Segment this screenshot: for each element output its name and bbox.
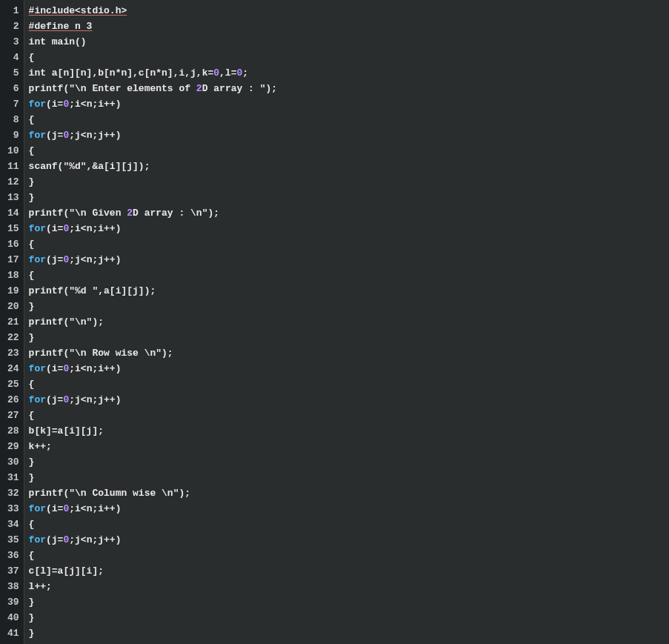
code-token: printf("\n Given [29,208,127,219]
code-token: (i= [46,223,63,234]
code-line[interactable]: scanf("%d",&a[i][j]); [29,159,669,174]
code-line[interactable]: printf("\n Given 2D array : \n"); [29,205,669,221]
code-token: ;i<n;i++) [69,503,121,514]
line-number: 6 [7,81,19,96]
code-line[interactable]: for(j=0;j<n;j++) [29,392,669,408]
code-token: for [29,99,46,110]
line-number: 8 [7,112,19,127]
code-line[interactable]: for(i=0;i<n;i++) [29,501,669,517]
code-line[interactable]: b[k]=a[i][j]; [29,423,669,439]
code-line[interactable]: } [29,190,669,205]
code-line[interactable]: } [29,330,669,345]
line-number: 27 [7,408,19,423]
code-line[interactable]: printf("\n Column wise \n"); [29,485,669,501]
code-token: for [29,394,46,405]
code-line[interactable]: for(i=0;i<n;i++) [29,221,669,236]
code-line[interactable]: { [29,376,669,392]
code-line[interactable]: { [29,517,669,532]
code-token: { [29,379,35,390]
line-number: 12 [7,174,19,190]
code-token: l++; [29,581,52,592]
line-number: 33 [7,501,19,517]
line-number: 14 [7,205,19,221]
line-number: 23 [7,345,19,361]
code-line[interactable]: for(i=0;i<n;i++) [29,96,669,112]
code-line[interactable]: k++; [29,439,669,454]
line-number: 17 [7,252,19,268]
line-number: 9 [7,127,19,143]
code-token: for [29,363,46,374]
code-line[interactable]: printf("\n Enter elements of 2D array : … [29,81,669,96]
code-line[interactable]: { [29,236,669,252]
line-number: 7 [7,96,19,112]
code-line[interactable]: l++; [29,579,669,594]
line-number: 3 [7,34,19,50]
line-number-gutter: 1234567891011121314151617181920212223242… [0,0,24,644]
code-token: (j= [46,130,63,141]
code-token: printf("\n Row wise \n"); [29,348,173,359]
line-number: 26 [7,392,19,408]
line-number: 36 [7,548,19,563]
code-line[interactable]: } [29,174,669,190]
code-token: for [29,503,46,514]
code-token: D array : \n"); [133,208,219,219]
line-number: 15 [7,221,19,236]
code-token: for [29,223,46,234]
code-token: { [29,114,35,125]
line-number: 19 [7,283,19,299]
code-line[interactable]: { [29,50,669,65]
line-number: 40 [7,610,19,625]
code-line[interactable]: } [29,625,669,641]
code-line[interactable]: } [29,470,669,485]
code-line[interactable]: int a[n][n],b[n*n],c[n*n],i,j,k=0,l=0; [29,65,669,81]
code-token: (i= [46,99,63,110]
code-line[interactable]: } [29,454,669,470]
code-token: } [29,612,35,623]
code-line[interactable]: } [29,610,669,625]
code-token: } [29,192,35,203]
code-token: } [29,457,35,468]
code-token: ;j<n;j++) [69,254,121,265]
code-line[interactable]: { [29,548,669,563]
code-line[interactable]: { [29,143,669,159]
code-line[interactable]: for(j=0;j<n;j++) [29,532,669,548]
code-token: printf("%d ",a[i][j]); [29,285,156,296]
code-token: } [29,597,35,608]
code-token: ;j<n;j++) [69,130,121,141]
code-line[interactable]: printf("\n Row wise \n"); [29,345,669,361]
line-number: 25 [7,376,19,392]
code-token: { [29,410,35,421]
line-number: 41 [7,625,19,641]
code-line[interactable]: for(j=0;j<n;j++) [29,252,669,268]
line-number: 28 [7,423,19,439]
code-line[interactable]: for(j=0;j<n;j++) [29,127,669,143]
line-number: 39 [7,594,19,610]
code-line[interactable]: #define n 3 [29,19,669,34]
code-editor[interactable]: 1234567891011121314151617181920212223242… [0,0,669,644]
line-number: 16 [7,236,19,252]
code-line[interactable]: printf("%d ",a[i][j]); [29,283,669,299]
code-line[interactable]: } [29,299,669,314]
code-area[interactable]: #include<stdio.h>#define n 3int main(){i… [24,0,669,644]
code-line[interactable]: { [29,112,669,127]
code-line[interactable]: int main() [29,34,669,50]
code-line[interactable]: #include<stdio.h> [29,3,669,19]
line-number: 21 [7,314,19,330]
code-line[interactable]: printf("\n"); [29,314,669,330]
line-number: 11 [7,159,19,174]
line-number: 1 [7,3,19,19]
code-line[interactable]: for(i=0;i<n;i++) [29,361,669,376]
code-token: ;j<n;j++) [69,534,121,545]
code-token: } [29,472,35,483]
code-line[interactable]: } [29,594,669,610]
line-number: 32 [7,485,19,501]
code-line[interactable]: { [29,408,669,423]
code-token: ; [242,67,248,79]
code-token: (j= [46,534,63,545]
code-token: #include<stdio.h> [29,5,127,16]
line-number: 31 [7,470,19,485]
line-number: 20 [7,299,19,314]
code-line[interactable]: c[l]=a[j][i]; [29,563,669,579]
code-token: printf("\n Column wise \n"); [29,488,190,499]
code-line[interactable]: { [29,268,669,283]
